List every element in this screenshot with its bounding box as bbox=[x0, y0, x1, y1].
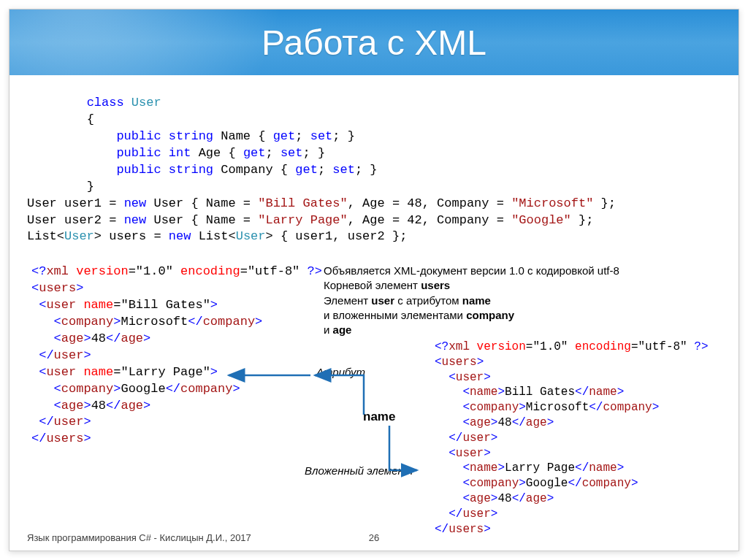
nested-element-label: Вложенный элемент bbox=[305, 464, 413, 477]
code-class-def: class class UserUser { public string Nam… bbox=[9, 75, 739, 245]
slide-title: Работа с XML bbox=[9, 9, 739, 63]
xml-snippet-right: <?xml version="1.0" encoding="utf-8" ?> … bbox=[435, 340, 709, 537]
name-label: name bbox=[363, 410, 395, 424]
attribute-label: Атрибут bbox=[316, 366, 365, 378]
xml-snippet-left: <?xml version="1.0" encoding="utf-8" ?> … bbox=[31, 264, 322, 448]
footer-left: Язык программирования C# - Кислицын Д.И.… bbox=[27, 532, 251, 543]
description-text: Объявляется XML-документ версии 1.0 с ко… bbox=[324, 264, 733, 337]
page-number: 26 bbox=[369, 532, 379, 543]
